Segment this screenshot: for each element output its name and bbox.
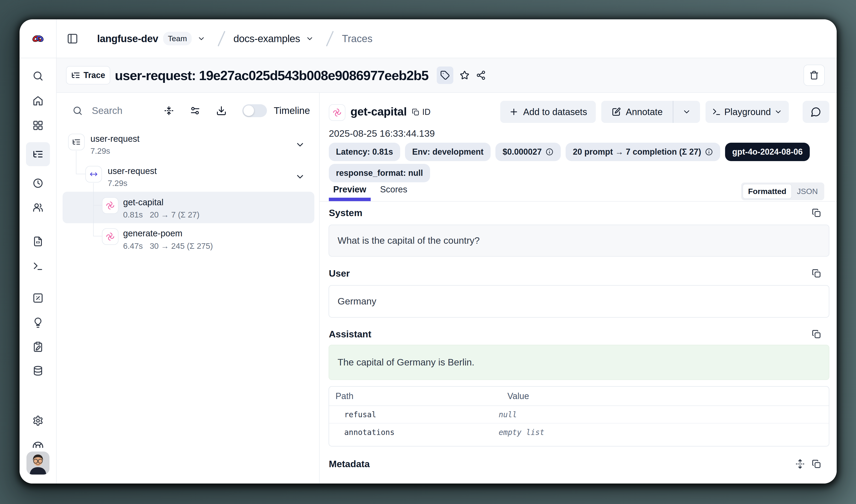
breadcrumb-page[interactable]: Traces <box>342 33 373 44</box>
collapse-node-chevron-icon[interactable] <box>295 140 305 150</box>
project-chevron-down-icon[interactable] <box>197 35 206 43</box>
collapse-node-chevron-icon[interactable] <box>295 172 305 182</box>
model-badge[interactable]: gpt-4o-2024-08-06 <box>725 143 810 161</box>
metadata-actions <box>795 459 821 469</box>
breadcrumb: langfuse-dev Team docs-examples Traces <box>57 19 837 58</box>
langfuse-logo-icon[interactable] <box>32 33 44 44</box>
delete-trace-button[interactable] <box>804 65 825 86</box>
sidebar-item-support[interactable] <box>32 441 44 448</box>
add-to-datasets-button[interactable]: Add to datasets <box>500 101 596 123</box>
expand-button[interactable] <box>795 459 805 469</box>
trace-header-bar: Trace user-request: 19e27ac025d543b008e9… <box>57 58 837 93</box>
info-icon <box>705 148 713 156</box>
breadcrumb-separator <box>216 32 226 45</box>
share-button[interactable] <box>476 70 486 80</box>
node-duration: 6.47s <box>123 241 143 250</box>
user-avatar[interactable] <box>26 452 50 474</box>
breadcrumb-section[interactable]: docs-examples <box>234 33 300 44</box>
tree-node-icon-generation <box>102 197 119 214</box>
message-circle-icon <box>811 107 821 117</box>
sidebar-item-evaluation[interactable] <box>33 292 43 304</box>
format-toggle-formatted[interactable]: Formatted <box>743 184 792 199</box>
sidebar-item-search[interactable] <box>33 70 43 82</box>
table-cell-value: null <box>499 410 517 419</box>
table-cell-path: refusal <box>329 410 499 419</box>
sidebar-item-annotation[interactable] <box>33 341 43 352</box>
table-cell-path: annotations <box>329 428 499 437</box>
tags-button[interactable] <box>437 67 453 84</box>
chevron-down-icon <box>682 107 691 116</box>
copy-icon <box>412 108 420 116</box>
generation-sparkle-icon <box>106 201 115 210</box>
copy-section-button[interactable] <box>812 269 821 278</box>
table-header-value: Value <box>507 391 529 401</box>
sidebar-item-playground[interactable] <box>33 261 43 272</box>
list-tree-icon <box>71 71 80 80</box>
sidebar-item-sessions[interactable] <box>33 178 43 189</box>
tree-node-stats: 0.81s20 → 7 (Σ 27) <box>123 210 199 219</box>
trash-icon <box>809 70 819 80</box>
sidebar-toggle-icon[interactable] <box>67 33 78 44</box>
format-toggle-json[interactable]: JSON <box>792 187 823 196</box>
breadcrumb-separator <box>324 32 335 45</box>
user-message-box: Germany <box>328 285 829 318</box>
system-message-box: What is the capital of the country? <box>328 224 829 257</box>
table-cell-value: empty list <box>499 428 545 437</box>
copy-section-button[interactable] <box>812 329 821 339</box>
playground-button[interactable]: Playground <box>706 101 789 123</box>
copy-metadata-button[interactable] <box>812 459 821 469</box>
tab-scores[interactable]: Scores <box>376 181 412 198</box>
list-tree-icon <box>33 149 43 160</box>
observation-detail-panel: get-capital ID Add to datasets Annotate <box>320 93 837 484</box>
annotate-dropdown-button[interactable] <box>673 101 700 123</box>
sidebar-item-datasets[interactable] <box>33 365 43 376</box>
message-text: The capital of Germany is Berlin. <box>338 357 475 368</box>
tabs-divider <box>320 201 837 202</box>
sidebar-item-tracing[interactable] <box>26 142 50 166</box>
badge-label: Env: development <box>412 147 483 157</box>
annotate-label: Annotate <box>626 107 662 117</box>
comments-button[interactable] <box>803 101 829 123</box>
tree-node-label-selected[interactable]: get-capital <box>123 197 163 208</box>
sidebar-item-home[interactable] <box>33 95 43 106</box>
sidebar-item-users[interactable] <box>33 202 43 213</box>
badge-label: $0.000027 <box>502 147 542 157</box>
section-chevron-down-icon[interactable] <box>306 35 314 43</box>
sidebar-item-dashboards[interactable] <box>33 120 43 131</box>
action-buttons: Add to datasets Annotate Playground <box>500 101 829 123</box>
generation-type-badge <box>329 104 345 121</box>
cost-badge[interactable]: $0.000027 <box>495 143 561 161</box>
tree-node-label[interactable]: user-request <box>108 166 157 176</box>
generation-sparkle-icon <box>106 232 115 241</box>
sidebar-item-insights[interactable] <box>33 317 43 328</box>
observation-timestamp: 2025-08-25 16:33:44.139 <box>329 128 435 139</box>
badge-label: 20 prompt → 7 completion (Σ 27) <box>573 147 701 157</box>
tree-node-icon-span <box>85 166 102 182</box>
section-heading-user: User <box>329 268 350 279</box>
sidebar-item-prompts[interactable] <box>33 236 43 247</box>
detail-tabs: Preview Scores <box>329 181 412 198</box>
env-badge: Env: development <box>405 143 491 161</box>
tree-node-label[interactable]: user-request <box>90 134 140 144</box>
badge-label: Latency: 0.81s <box>336 147 393 157</box>
copy-id-button[interactable]: ID <box>412 107 430 117</box>
tree-node-duration: 7.29s <box>90 146 110 156</box>
tokens-badge[interactable]: 20 prompt → 7 completion (Σ 27) <box>566 143 720 161</box>
node-duration: 0.81s <box>123 210 143 219</box>
section-heading-system: System <box>329 208 362 218</box>
tab-preview[interactable]: Preview <box>329 181 371 198</box>
copy-section-button[interactable] <box>812 208 821 218</box>
badge-label: gpt-4o-2024-08-06 <box>732 147 803 157</box>
tree-node-label[interactable]: generate-poem <box>123 229 182 238</box>
annotate-button[interactable]: Annotate <box>601 101 673 123</box>
message-text: What is the capital of the country? <box>338 235 480 246</box>
observation-title: get-capital <box>351 105 407 118</box>
icon-sidebar <box>20 58 57 484</box>
sidebar-item-settings[interactable] <box>33 415 43 426</box>
bookmark-star-button[interactable] <box>459 70 470 80</box>
table-row: refusal null <box>329 406 829 424</box>
table-header-path: Path <box>329 391 507 401</box>
table-row: annotations empty list <box>329 424 829 441</box>
section-heading-metadata: Metadata <box>329 459 370 469</box>
breadcrumb-project[interactable]: langfuse-dev <box>97 33 158 44</box>
